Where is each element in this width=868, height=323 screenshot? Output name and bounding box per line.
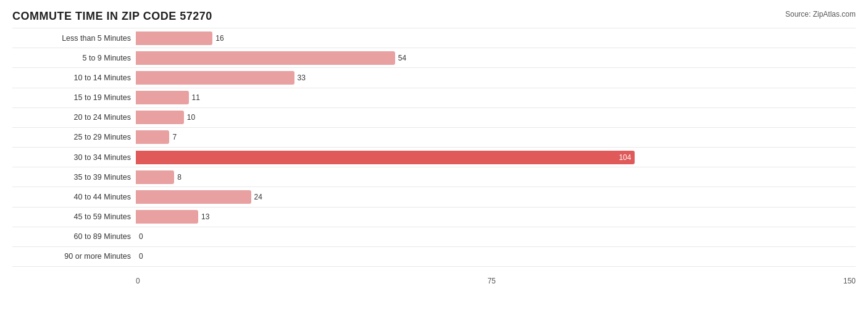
bar-fill [136, 31, 212, 45]
chart-container: COMMUTE TIME IN ZIP CODE 57270 Source: Z… [0, 0, 868, 323]
row-label: 20 to 24 Minutes [12, 113, 136, 122]
bar-fill [136, 210, 198, 224]
bar-value: 10 [187, 113, 195, 122]
table-row: 30 to 34 Minutes104 [12, 148, 856, 167]
rows-area: Less than 5 Minutes165 to 9 Minutes5410 … [12, 28, 856, 267]
row-label: 90 or more Minutes [12, 252, 136, 261]
x-axis-labels: 0 75 150 [136, 277, 856, 285]
x-axis-max: 150 [843, 277, 856, 285]
bar-track: 7 [136, 130, 856, 144]
row-label: 30 to 34 Minutes [12, 153, 136, 162]
table-row: 40 to 44 Minutes24 [12, 187, 856, 207]
chart-header: COMMUTE TIME IN ZIP CODE 57270 Source: Z… [12, 10, 856, 23]
table-row: 35 to 39 Minutes8 [12, 167, 856, 187]
bar-fill [136, 170, 174, 184]
bar-track: 0 [136, 230, 856, 243]
table-row: 25 to 29 Minutes7 [12, 128, 856, 148]
bar-fill [136, 111, 184, 124]
table-row: Less than 5 Minutes16 [12, 28, 856, 48]
bar-value: 7 [172, 133, 177, 141]
row-label: 35 to 39 Minutes [12, 173, 136, 182]
chart-source: Source: ZipAtlas.com [785, 10, 856, 19]
table-row: 20 to 24 Minutes10 [12, 108, 856, 128]
chart-area: Less than 5 Minutes165 to 9 Minutes5410 … [12, 28, 856, 285]
row-label: 25 to 29 Minutes [12, 133, 136, 141]
bar-fill [136, 190, 251, 204]
bar-track: 10 [136, 111, 856, 124]
table-row: 10 to 14 Minutes33 [12, 68, 856, 88]
bar-value: 0 [139, 252, 143, 261]
bar-fill: 104 [136, 151, 635, 164]
bar-fill [136, 51, 395, 65]
table-row: 90 or more Minutes0 [12, 247, 856, 267]
bar-value: 0 [139, 232, 143, 241]
row-label: 60 to 89 Minutes [12, 232, 136, 241]
table-row: 45 to 59 Minutes13 [12, 208, 856, 227]
table-row: 60 to 89 Minutes0 [12, 227, 856, 247]
bar-track: 11 [136, 91, 856, 104]
x-axis-mid: 75 [488, 277, 496, 285]
bar-value: 16 [215, 34, 223, 43]
bar-track: 54 [136, 51, 856, 65]
bar-track: 104 [136, 151, 856, 164]
table-row: 5 to 9 Minutes54 [12, 48, 856, 68]
bar-fill [136, 130, 169, 144]
bar-track: 13 [136, 210, 856, 224]
bar-value: 33 [298, 73, 306, 82]
bar-track: 33 [136, 71, 856, 85]
bar-track: 8 [136, 170, 856, 184]
row-label: 5 to 9 Minutes [12, 54, 136, 62]
bar-fill [136, 71, 294, 85]
bar-value: 8 [177, 173, 182, 182]
bar-value: 54 [398, 54, 406, 62]
bar-value: 104 [619, 153, 631, 162]
x-axis-min: 0 [136, 277, 140, 285]
bar-value: 11 [192, 93, 200, 102]
x-axis: 0 75 150 [12, 267, 856, 285]
chart-title: COMMUTE TIME IN ZIP CODE 57270 [12, 10, 212, 23]
bar-value: 13 [201, 212, 209, 221]
row-label: 40 to 44 Minutes [12, 193, 136, 201]
bar-track: 0 [136, 250, 856, 263]
bar-value: 24 [254, 193, 262, 201]
bar-fill [136, 91, 189, 104]
bar-track: 16 [136, 31, 856, 45]
table-row: 15 to 19 Minutes11 [12, 88, 856, 108]
row-label: 10 to 14 Minutes [12, 73, 136, 82]
row-label: 15 to 19 Minutes [12, 93, 136, 102]
bar-track: 24 [136, 190, 856, 204]
row-label: Less than 5 Minutes [12, 34, 136, 43]
row-label: 45 to 59 Minutes [12, 212, 136, 221]
